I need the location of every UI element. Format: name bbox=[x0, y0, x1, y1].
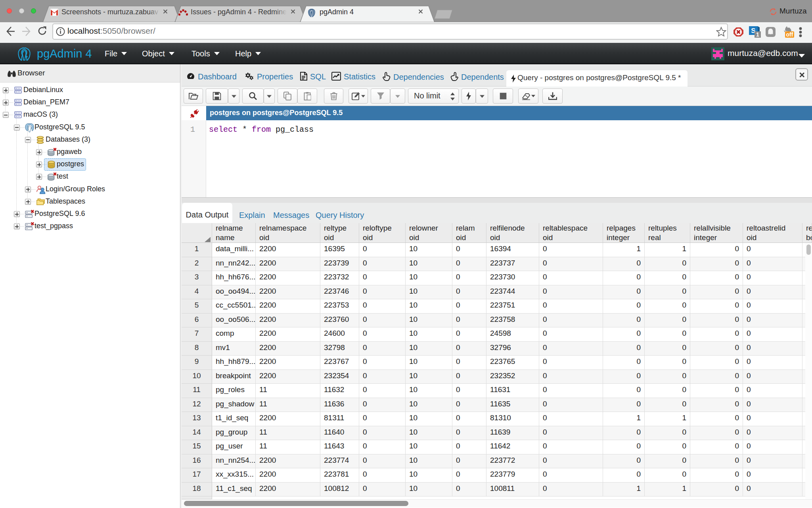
svg-text:1: 1 bbox=[756, 31, 759, 38]
svg-text:off: off bbox=[786, 31, 793, 38]
